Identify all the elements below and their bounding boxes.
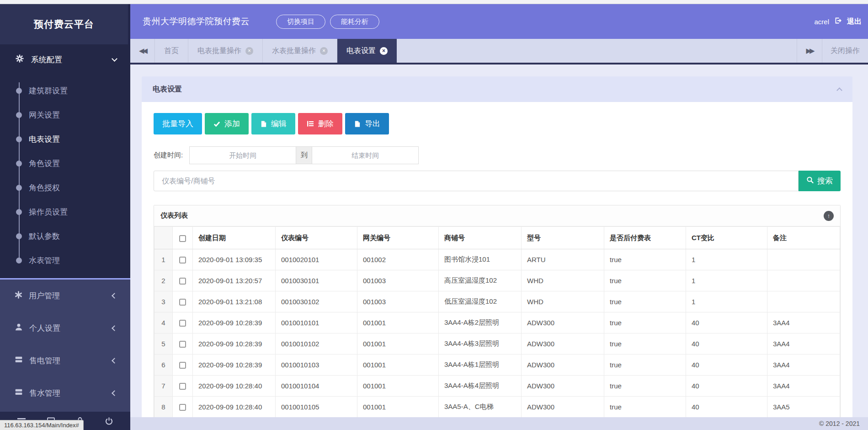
chevron-left-icon — [112, 325, 117, 331]
sidebar-item-user-management[interactable]: 用户管理 — [0, 280, 130, 312]
cell-gateway-no: 001001 — [357, 312, 439, 333]
top-header: 贵州大学明德学院预付费云 切换项目 能耗分析 acrel 退出 — [130, 4, 868, 39]
cell-model: ADW300 — [522, 312, 604, 333]
batch-import-button[interactable]: 批量导入 — [154, 113, 202, 134]
cell-date: 2020-09-01 13:21:08 — [193, 291, 276, 312]
row-number-header — [154, 227, 173, 249]
tab-meter-settings[interactable]: 电表设置 × — [337, 39, 397, 63]
user-area: acrel 退出 — [814, 17, 862, 27]
cell-model: ARTU — [522, 249, 604, 270]
sidebar-item-role-settings[interactable]: 角色设置 — [0, 151, 130, 176]
sidebar-item-water-meter[interactable]: 水表管理 — [0, 248, 130, 273]
sidebar-item-electricity-sales[interactable]: 售电管理 — [0, 344, 130, 377]
panel-body: 批量导入 添加 编辑 — [142, 102, 852, 417]
tab-home[interactable]: 首页 — [155, 39, 188, 63]
scroll-top-icon[interactable]: ↑ — [824, 211, 834, 221]
row-checkbox[interactable] — [179, 362, 186, 369]
table-row[interactable]: 5 2020-09-09 10:28:39 0010010102 001001 … — [154, 333, 840, 355]
sidebar-item-water-sales[interactable]: 售水管理 — [0, 377, 130, 409]
fast-forward-icon[interactable]: ▶▶ — [797, 39, 822, 63]
row-checkbox[interactable] — [179, 320, 186, 327]
table-row[interactable]: 6 2020-09-09 10:28:39 0010010103 001001 … — [154, 355, 840, 376]
cell-meter-no: 0010010103 — [276, 355, 357, 376]
page-footer: © 2012 - 2021 — [130, 417, 868, 430]
cell-model: WHD — [522, 270, 604, 291]
power-icon[interactable] — [105, 417, 113, 425]
export-button[interactable]: 导出 — [345, 113, 389, 134]
close-icon[interactable]: × — [245, 47, 253, 55]
search-input[interactable] — [154, 171, 799, 191]
energy-analysis-button[interactable]: 能耗分析 — [330, 15, 379, 29]
action-toolbar: 批量导入 添加 编辑 — [154, 113, 841, 134]
cell-remark: 3AA4 — [767, 312, 840, 333]
sidebar-item-building-group[interactable]: 建筑群设置 — [0, 79, 130, 103]
cell-meter-no: 0010010105 — [276, 397, 357, 418]
panel-title: 电表设置 — [153, 85, 182, 94]
table-row[interactable]: 4 2020-09-09 10:28:39 0010010101 001001 … — [154, 312, 840, 333]
sidebar-item-meter-settings[interactable]: 电表设置 — [0, 127, 130, 151]
row-checkbox[interactable] — [179, 341, 186, 348]
cell-postpaid: true — [604, 397, 686, 418]
sidebar-lower-sections: 用户管理 个人设置 售电管理 — [0, 278, 130, 409]
list-icon — [307, 120, 314, 127]
cell-ct-ratio: 1 — [686, 291, 767, 312]
search-button[interactable]: 搜索 — [799, 171, 841, 191]
username[interactable]: acrel — [814, 18, 829, 26]
cell-remark: 3AA4 — [767, 355, 840, 376]
cell-postpaid: true — [604, 333, 686, 355]
row-checkbox[interactable] — [179, 278, 186, 285]
gear-icon — [16, 54, 24, 65]
table-row[interactable]: 1 2020-09-01 13:09:35 0010020101 001002 … — [154, 249, 840, 270]
rewind-icon[interactable]: ◀◀ — [130, 39, 155, 63]
cell-model: ADW300 — [522, 397, 604, 418]
sidebar-item-system-config[interactable]: 系统配置 — [0, 44, 130, 75]
stack-icon — [15, 355, 23, 366]
row-checkbox[interactable] — [179, 257, 186, 263]
delete-button[interactable]: 删除 — [298, 113, 342, 134]
cell-model: ADW300 — [522, 333, 604, 355]
sidebar-item-gateway[interactable]: 网关设置 — [0, 103, 130, 127]
tab-meter-batch[interactable]: 电表批量操作 × — [188, 39, 263, 63]
start-time-input[interactable] — [189, 146, 296, 164]
row-checkbox[interactable] — [179, 404, 186, 411]
switch-project-button[interactable]: 切换项目 — [276, 15, 325, 29]
cell-shop-no: 3AA4-A栋4层照明 — [439, 376, 522, 397]
file-icon — [354, 120, 361, 128]
close-icon[interactable]: × — [380, 47, 388, 55]
check-icon — [213, 121, 220, 127]
panel-header: 电表设置 — [142, 76, 852, 102]
cell-shop-no: 图书馆水浸101 — [439, 249, 522, 270]
tab-water-batch[interactable]: 水表批量操作 × — [263, 39, 337, 63]
table-row[interactable]: 7 2020-09-09 10:28:40 0010010104 001001 … — [154, 376, 840, 397]
chevron-left-icon — [112, 358, 117, 364]
select-all-checkbox[interactable] — [179, 235, 186, 242]
bullet-icon — [16, 161, 22, 167]
sidebar-item-role-auth[interactable]: 角色授权 — [0, 176, 130, 200]
table-row[interactable]: 2 2020-09-01 13:20:57 0010030101 001003 … — [154, 270, 840, 291]
chevron-left-icon — [112, 390, 117, 396]
header-buttons: 切换项目 能耗分析 — [276, 15, 379, 29]
file-icon — [260, 120, 267, 128]
create-time-filter: 创建时间: 到 — [154, 146, 841, 164]
row-checkbox[interactable] — [179, 299, 186, 306]
table-row[interactable]: 8 2020-09-09 10:28:40 0010010105 001001 … — [154, 397, 840, 418]
add-button[interactable]: 添加 — [205, 113, 249, 134]
cell-ct-ratio: 40 — [686, 333, 767, 355]
meter-settings-panel: 电表设置 批量导入 添加 — [142, 76, 852, 417]
logout-button[interactable]: 退出 — [847, 17, 862, 27]
cell-meter-no: 0010010101 — [276, 312, 357, 333]
row-checkbox[interactable] — [179, 383, 186, 390]
sidebar-item-personal-settings[interactable]: 个人设置 — [0, 312, 130, 344]
edit-button[interactable]: 编辑 — [251, 113, 295, 134]
sidebar-item-operator[interactable]: 操作员设置 — [0, 200, 130, 224]
search-bar: 搜索 — [154, 171, 841, 191]
table-row[interactable]: 3 2020-09-01 13:21:08 0010030102 001003 … — [154, 291, 840, 312]
bullet-icon — [16, 112, 22, 118]
close-operations-menu[interactable]: 关闭操作 — [822, 39, 868, 63]
table-title-bar: 仪表列表 ↑ — [154, 205, 840, 226]
collapse-chevron-up-icon[interactable] — [836, 87, 842, 93]
sidebar-item-default-params[interactable]: 默认参数 — [0, 224, 130, 248]
close-icon[interactable]: × — [320, 47, 328, 55]
end-time-input[interactable] — [312, 146, 419, 164]
logout-icon[interactable] — [834, 17, 842, 26]
